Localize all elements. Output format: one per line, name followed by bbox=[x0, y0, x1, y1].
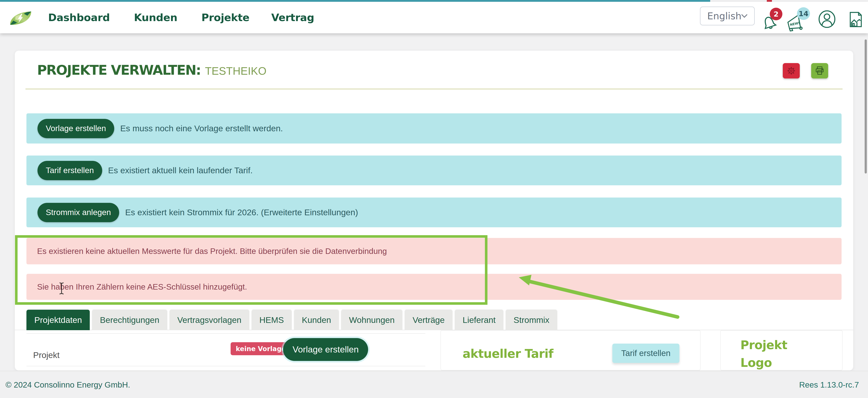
nav-item-kunden[interactable]: Kunden bbox=[134, 2, 177, 33]
user-profile-icon[interactable] bbox=[818, 10, 836, 28]
warning-no-aes-keys: Sie haben Ihren Zählern keine AES-Schlüs… bbox=[26, 274, 842, 300]
alert-tariff-message: Es existiert aktuell kein laufender Tari… bbox=[108, 166, 253, 175]
project-logo-line2: Logo bbox=[740, 354, 787, 370]
print-button[interactable] bbox=[811, 63, 828, 78]
building-document-icon[interactable] bbox=[847, 10, 864, 29]
page-title-label: PROJEKTE VERWALTEN: bbox=[37, 62, 200, 78]
tab-vertraege[interactable]: Verträge bbox=[405, 310, 453, 330]
warning-no-measurements-message: Es existieren keine aktuellen Messwerte … bbox=[37, 246, 387, 256]
alert-tariff: Tarif erstellen Es existiert aktuell kei… bbox=[26, 156, 842, 185]
settings-button[interactable] bbox=[783, 63, 800, 78]
svg-text:NEWS: NEWS bbox=[790, 21, 801, 27]
row-divider bbox=[26, 366, 425, 366]
no-template-badge: keine Vorlage bbox=[230, 342, 291, 355]
create-strommix-alert-button[interactable]: Strommix anlegen bbox=[37, 203, 119, 222]
printer-icon bbox=[814, 66, 825, 76]
project-logo-heading: Projekt Logo bbox=[740, 336, 787, 370]
tab-hems[interactable]: HEMS bbox=[251, 310, 292, 330]
tab-lieferant[interactable]: Lieferant bbox=[455, 310, 503, 330]
warning-no-aes-keys-message: Sie haben Ihren Zählern keine AES-Schlüs… bbox=[37, 282, 247, 292]
nav-item-dashboard[interactable]: Dashboard bbox=[48, 2, 110, 33]
current-tariff-panel: aktueller Tarif Tarif erstellen bbox=[440, 330, 701, 370]
project-row-label: Projekt bbox=[33, 338, 60, 372]
language-select-value: English bbox=[707, 10, 741, 22]
nav-item-projekte[interactable]: Projekte bbox=[202, 2, 249, 33]
recording-indicator bbox=[767, 0, 772, 2]
create-template-alert-button[interactable]: Vorlage erstellen bbox=[37, 119, 114, 138]
title-divider bbox=[26, 89, 842, 89]
news-count-badge[interactable]: 14 bbox=[797, 7, 810, 20]
navbar: Dashboard Kunden Projekte Vertrag Englis… bbox=[0, 2, 868, 33]
create-template-button[interactable]: Vorlage erstellen bbox=[283, 338, 368, 361]
top-accent-strip bbox=[0, 0, 710, 2]
alert-strommix-message: Es existiert kein Strommix für 2026. (Er… bbox=[125, 207, 358, 217]
footer-version: Rees 1.13.0-rc.7 bbox=[799, 371, 859, 398]
tab-kunden[interactable]: Kunden bbox=[294, 310, 339, 330]
gear-icon bbox=[786, 66, 796, 76]
tab-berechtigungen[interactable]: Berechtigungen bbox=[92, 310, 167, 330]
warning-no-measurements: Es existieren keine aktuellen Messwerte … bbox=[26, 238, 842, 264]
current-tariff-heading: aktueller Tarif bbox=[463, 345, 553, 363]
chevron-down-icon bbox=[741, 14, 747, 18]
consolinno-leaf-logo[interactable] bbox=[9, 10, 32, 26]
tab-vertragsvorlagen[interactable]: Vertragsvorlagen bbox=[169, 310, 249, 330]
tab-strommix[interactable]: Strommix bbox=[506, 310, 557, 330]
alert-template-message: Es muss noch eine Vorlage erstellt werde… bbox=[120, 124, 283, 133]
project-logo-panel: Projekt Logo bbox=[720, 330, 842, 370]
project-logo-line1: Projekt bbox=[740, 336, 787, 354]
tab-wohnungen[interactable]: Wohnungen bbox=[341, 310, 402, 330]
tab-projektdaten[interactable]: Projektdaten bbox=[26, 310, 90, 330]
project-tabs: Projektdaten Berechtigungen Vertragsvorl… bbox=[26, 310, 557, 330]
project-data-panel: Projekt keine Vorlage Vorlage erstellen bbox=[26, 330, 425, 370]
nav-item-vertrag[interactable]: Vertrag bbox=[271, 2, 314, 33]
row-divider bbox=[26, 333, 425, 334]
bell-count-badge[interactable]: 2 bbox=[770, 8, 782, 20]
footer: © 2024 Consolinno Energy GmbH. Rees 1.13… bbox=[0, 371, 868, 398]
alert-strommix: Strommix anlegen Es existiert kein Strom… bbox=[26, 198, 842, 227]
create-tariff-button[interactable]: Tarif erstellen bbox=[612, 343, 679, 363]
alert-template: Vorlage erstellen Es muss noch eine Vorl… bbox=[26, 113, 842, 143]
language-select[interactable]: English bbox=[700, 6, 755, 26]
footer-copyright: © 2024 Consolinno Energy GmbH. bbox=[5, 371, 130, 398]
page-title-project-name: TESTHEIKO bbox=[205, 65, 267, 77]
page-title: PROJEKTE VERWALTEN: TESTHEIKO bbox=[37, 62, 267, 80]
vertical-scrollbar-thumb[interactable] bbox=[865, 39, 867, 173]
create-tariff-alert-button[interactable]: Tarif erstellen bbox=[37, 161, 102, 180]
